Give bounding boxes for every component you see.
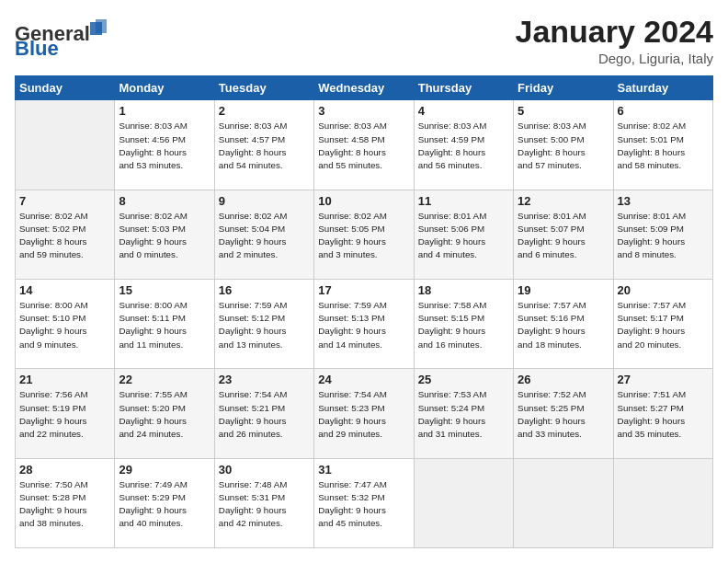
day-number: 13 — [618, 194, 709, 208]
day-number: 27 — [618, 373, 709, 386]
day-number: 25 — [418, 373, 509, 386]
table-row: 23Sunrise: 7:54 AMSunset: 5:21 PMDayligh… — [214, 369, 313, 458]
day-number: 19 — [518, 283, 609, 297]
location: Dego, Liguria, Italy — [516, 51, 714, 66]
week-row-2: 14Sunrise: 8:00 AMSunset: 5:10 PMDayligh… — [16, 280, 713, 369]
day-info: Sunrise: 8:03 AMSunset: 4:57 PMDaylight:… — [219, 120, 310, 172]
day-info: Sunrise: 7:51 AMSunset: 5:27 PMDaylight:… — [618, 388, 709, 441]
day-info: Sunrise: 8:03 AMSunset: 5:00 PMDaylight:… — [518, 120, 609, 172]
col-friday: Friday — [514, 76, 613, 100]
day-info: Sunrise: 7:54 AMSunset: 5:23 PMDaylight:… — [318, 388, 409, 441]
table-row: 19Sunrise: 7:57 AMSunset: 5:16 PMDayligh… — [514, 280, 613, 369]
day-info: Sunrise: 8:01 AMSunset: 5:06 PMDaylight:… — [418, 210, 509, 262]
day-info: Sunrise: 8:01 AMSunset: 5:09 PMDaylight:… — [618, 210, 709, 262]
table-row: 2Sunrise: 8:03 AMSunset: 4:57 PMDaylight… — [214, 100, 313, 190]
day-info: Sunrise: 8:02 AMSunset: 5:01 PMDaylight:… — [618, 120, 709, 172]
week-row-0: 1Sunrise: 8:03 AMSunset: 4:56 PMDaylight… — [16, 100, 713, 190]
day-number: 18 — [418, 283, 509, 297]
table-row: 28Sunrise: 7:50 AMSunset: 5:28 PMDayligh… — [16, 458, 115, 547]
table-row: 13Sunrise: 8:01 AMSunset: 5:09 PMDayligh… — [613, 190, 712, 279]
table-row: 26Sunrise: 7:52 AMSunset: 5:25 PMDayligh… — [514, 369, 613, 458]
day-info: Sunrise: 7:50 AMSunset: 5:28 PMDaylight:… — [19, 478, 110, 531]
table-row: 20Sunrise: 7:57 AMSunset: 5:17 PMDayligh… — [613, 280, 712, 369]
day-number: 10 — [318, 194, 409, 208]
day-info: Sunrise: 7:54 AMSunset: 5:21 PMDaylight:… — [219, 388, 310, 441]
day-info: Sunrise: 7:52 AMSunset: 5:25 PMDaylight:… — [518, 388, 609, 441]
day-number: 3 — [318, 104, 409, 118]
day-info: Sunrise: 8:02 AMSunset: 5:05 PMDaylight:… — [318, 210, 409, 262]
table-row: 6Sunrise: 8:02 AMSunset: 5:01 PMDaylight… — [613, 100, 712, 190]
table-row: 1Sunrise: 8:03 AMSunset: 4:56 PMDaylight… — [115, 100, 214, 190]
day-number: 9 — [219, 194, 310, 208]
table-row: 12Sunrise: 8:01 AMSunset: 5:07 PMDayligh… — [514, 190, 613, 279]
day-number: 28 — [19, 463, 110, 477]
table-row: 11Sunrise: 8:01 AMSunset: 5:06 PMDayligh… — [414, 190, 513, 279]
day-info: Sunrise: 8:00 AMSunset: 5:10 PMDaylight:… — [19, 299, 110, 351]
day-number: 23 — [219, 373, 310, 386]
day-number: 26 — [518, 373, 609, 386]
day-info: Sunrise: 7:48 AMSunset: 5:31 PMDaylight:… — [219, 478, 310, 531]
table-row: 3Sunrise: 8:03 AMSunset: 4:58 PMDaylight… — [314, 100, 414, 190]
table-row: 5Sunrise: 8:03 AMSunset: 5:00 PMDaylight… — [514, 100, 613, 190]
col-tuesday: Tuesday — [214, 76, 313, 100]
table-row: 27Sunrise: 7:51 AMSunset: 5:27 PMDayligh… — [613, 369, 712, 458]
table-row: 30Sunrise: 7:48 AMSunset: 5:31 PMDayligh… — [214, 458, 313, 547]
day-number: 2 — [219, 104, 310, 118]
day-number: 7 — [19, 194, 110, 208]
day-number: 31 — [318, 463, 409, 477]
table-row: 17Sunrise: 7:59 AMSunset: 5:13 PMDayligh… — [314, 280, 414, 369]
calendar: Sunday Monday Tuesday Wednesday Thursday… — [15, 75, 713, 548]
svg-marker-2 — [96, 19, 107, 33]
svg-text:Blue: Blue — [15, 37, 59, 59]
day-number: 5 — [518, 104, 609, 118]
table-row: 29Sunrise: 7:49 AMSunset: 5:29 PMDayligh… — [115, 458, 214, 547]
table-row: 15Sunrise: 8:00 AMSunset: 5:11 PMDayligh… — [115, 280, 214, 369]
header: General Blue January 2024 Dego, Liguria,… — [15, 15, 713, 66]
day-info: Sunrise: 8:01 AMSunset: 5:07 PMDaylight:… — [518, 210, 609, 262]
month-title: January 2024 — [516, 15, 714, 49]
day-info: Sunrise: 8:02 AMSunset: 5:04 PMDaylight:… — [219, 210, 310, 262]
day-number: 29 — [119, 463, 210, 477]
day-number: 1 — [119, 104, 210, 118]
day-info: Sunrise: 8:03 AMSunset: 4:56 PMDaylight:… — [119, 120, 210, 172]
col-thursday: Thursday — [414, 76, 513, 100]
day-number: 21 — [19, 373, 110, 386]
col-saturday: Saturday — [613, 76, 712, 100]
table-row: 9Sunrise: 8:02 AMSunset: 5:04 PMDaylight… — [214, 190, 313, 279]
day-number: 17 — [318, 283, 409, 297]
table-row: 7Sunrise: 8:02 AMSunset: 5:02 PMDaylight… — [16, 190, 115, 279]
day-number: 14 — [19, 283, 110, 297]
day-info: Sunrise: 7:57 AMSunset: 5:17 PMDaylight:… — [618, 299, 709, 351]
day-info: Sunrise: 7:55 AMSunset: 5:20 PMDaylight:… — [119, 388, 210, 441]
logo: General Blue — [15, 15, 116, 63]
week-row-1: 7Sunrise: 8:02 AMSunset: 5:02 PMDaylight… — [16, 190, 713, 279]
table-row: 16Sunrise: 7:59 AMSunset: 5:12 PMDayligh… — [214, 280, 313, 369]
day-number: 11 — [418, 194, 509, 208]
day-number: 12 — [518, 194, 609, 208]
table-row: 4Sunrise: 8:03 AMSunset: 4:59 PMDaylight… — [414, 100, 513, 190]
col-monday: Monday — [115, 76, 214, 100]
day-number: 22 — [119, 373, 210, 386]
col-wednesday: Wednesday — [314, 76, 414, 100]
table-row — [514, 458, 613, 547]
day-info: Sunrise: 7:56 AMSunset: 5:19 PMDaylight:… — [19, 388, 110, 441]
table-row: 22Sunrise: 7:55 AMSunset: 5:20 PMDayligh… — [115, 369, 214, 458]
table-row: 10Sunrise: 8:02 AMSunset: 5:05 PMDayligh… — [314, 190, 414, 279]
logo-text: General Blue — [15, 15, 116, 63]
table-row: 21Sunrise: 7:56 AMSunset: 5:19 PMDayligh… — [16, 369, 115, 458]
day-info: Sunrise: 7:53 AMSunset: 5:24 PMDaylight:… — [418, 388, 509, 441]
day-number: 20 — [618, 283, 709, 297]
day-info: Sunrise: 8:03 AMSunset: 4:58 PMDaylight:… — [318, 120, 409, 172]
title-block: January 2024 Dego, Liguria, Italy — [516, 15, 714, 66]
day-number: 15 — [119, 283, 210, 297]
weekday-header-row: Sunday Monday Tuesday Wednesday Thursday… — [16, 76, 713, 100]
table-row: 25Sunrise: 7:53 AMSunset: 5:24 PMDayligh… — [414, 369, 513, 458]
table-row: 31Sunrise: 7:47 AMSunset: 5:32 PMDayligh… — [314, 458, 414, 547]
day-number: 30 — [219, 463, 310, 477]
day-info: Sunrise: 8:02 AMSunset: 5:03 PMDaylight:… — [119, 210, 210, 262]
day-info: Sunrise: 7:59 AMSunset: 5:13 PMDaylight:… — [318, 299, 409, 351]
day-info: Sunrise: 7:59 AMSunset: 5:12 PMDaylight:… — [219, 299, 310, 351]
day-info: Sunrise: 7:58 AMSunset: 5:15 PMDaylight:… — [418, 299, 509, 351]
table-row — [613, 458, 712, 547]
table-row: 8Sunrise: 8:02 AMSunset: 5:03 PMDaylight… — [115, 190, 214, 279]
